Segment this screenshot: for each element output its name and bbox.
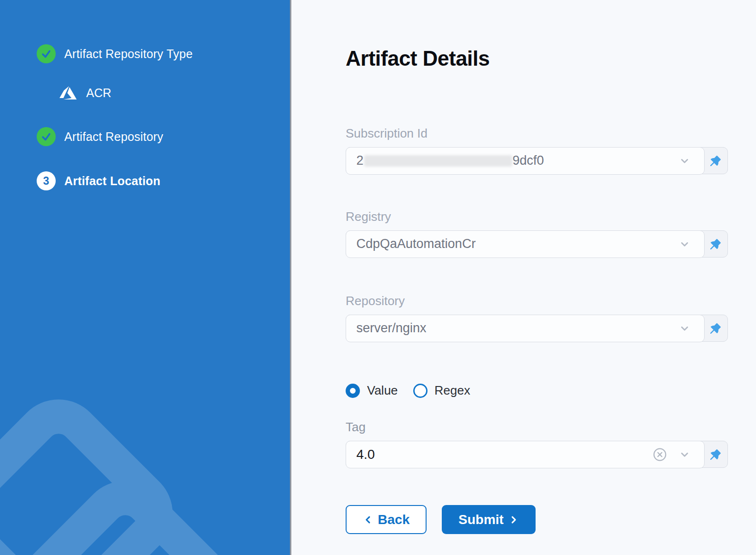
artifact-details-panel: Artifact Details Subscription Id 2 9dcf0… <box>291 0 756 555</box>
registry-label: Registry <box>346 209 756 224</box>
value-radio-label: Value <box>367 383 398 398</box>
page-title: Artifact Details <box>346 47 756 70</box>
chevron-right-icon <box>508 515 519 525</box>
registry-value: CdpQaAutomationCr <box>357 237 476 251</box>
pin-button[interactable] <box>704 231 727 257</box>
chevron-left-icon <box>363 515 373 525</box>
subscription-id-value: 2 9dcf0 <box>357 153 544 168</box>
azure-icon <box>60 84 77 101</box>
step-artifact-repository[interactable]: Artifact Repository <box>0 127 290 146</box>
selected-repo-type-label: ACR <box>86 86 111 100</box>
pin-button[interactable] <box>704 148 727 174</box>
match-mode-radio-group: Value Regex <box>346 383 756 398</box>
clear-icon[interactable] <box>653 447 667 462</box>
back-button[interactable]: Back <box>346 505 427 534</box>
chevron-down-icon[interactable] <box>678 155 691 167</box>
pushpin-icon <box>708 447 723 462</box>
repository-label: Repository <box>346 294 756 308</box>
step-artifact-repository-type[interactable]: Artifact Repository Type <box>0 44 290 63</box>
pushpin-icon <box>708 321 723 336</box>
chevron-down-icon[interactable] <box>678 322 691 335</box>
pushpin-icon <box>708 237 723 251</box>
pin-button[interactable] <box>704 315 727 341</box>
step-complete-icon <box>37 127 56 146</box>
step-number-badge: 3 <box>37 171 56 190</box>
repository-select[interactable]: server/nginx <box>346 315 728 342</box>
tag-field-group <box>346 441 728 468</box>
subscription-id-label: Subscription Id <box>346 126 756 141</box>
value-radio[interactable] <box>346 384 360 398</box>
selected-repo-type: ACR <box>0 83 290 102</box>
step-artifact-location[interactable]: 3 Artifact Location <box>0 171 290 190</box>
subscription-id-select[interactable]: 2 9dcf0 <box>346 147 728 174</box>
step-label: Artifact Location <box>64 174 160 188</box>
submit-button[interactable]: Submit <box>442 505 536 534</box>
tag-input[interactable] <box>357 447 653 462</box>
step-label: Artifact Repository <box>64 130 163 144</box>
tag-label: Tag <box>346 420 756 435</box>
chevron-down-icon[interactable] <box>678 238 691 250</box>
step-complete-icon <box>37 44 56 63</box>
repository-value: server/nginx <box>357 321 427 336</box>
pushpin-icon <box>708 154 723 168</box>
step-label: Artifact Repository Type <box>64 47 193 61</box>
regex-radio-label: Regex <box>435 383 470 398</box>
redacted-value-blur <box>364 155 512 167</box>
pin-button[interactable] <box>704 441 727 467</box>
registry-select[interactable]: CdpQaAutomationCr <box>346 230 728 258</box>
wizard-sidebar: Artifact Repository Type ACR Artifact Re… <box>0 0 290 555</box>
brand-watermark-logo <box>0 317 290 555</box>
check-icon <box>40 131 52 142</box>
check-icon <box>40 48 52 59</box>
chevron-down-icon[interactable] <box>678 448 691 461</box>
regex-radio[interactable] <box>413 384 428 398</box>
